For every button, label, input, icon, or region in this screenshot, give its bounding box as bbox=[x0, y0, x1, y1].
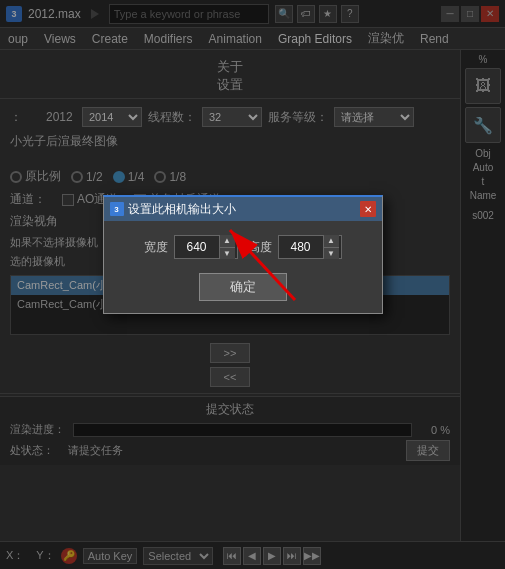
modal-dialog: 3 设置此相机输出大小 ✕ 宽度 640 ▲ ▼ 高度 bbox=[103, 195, 383, 314]
height-label: 高度 bbox=[248, 239, 272, 256]
height-input[interactable]: 480 bbox=[279, 236, 323, 258]
height-spinbox[interactable]: 480 ▲ ▼ bbox=[278, 235, 342, 259]
height-up-button[interactable]: ▲ bbox=[324, 235, 339, 248]
modal-overlay: 3 设置此相机输出大小 ✕ 宽度 640 ▲ ▼ 高度 bbox=[0, 0, 505, 569]
width-input[interactable]: 640 bbox=[175, 236, 219, 258]
width-field-group: 宽度 640 ▲ ▼ bbox=[144, 235, 238, 259]
modal-title: 设置此相机输出大小 bbox=[128, 201, 236, 218]
modal-title-left: 3 设置此相机输出大小 bbox=[110, 201, 236, 218]
height-down-button[interactable]: ▼ bbox=[324, 248, 339, 260]
modal-titlebar: 3 设置此相机输出大小 ✕ bbox=[104, 197, 382, 221]
width-spinbox-arrows: ▲ ▼ bbox=[219, 235, 235, 259]
width-label: 宽度 bbox=[144, 239, 168, 256]
width-spinbox[interactable]: 640 ▲ ▼ bbox=[174, 235, 238, 259]
modal-close-button[interactable]: ✕ bbox=[360, 201, 376, 217]
confirm-button[interactable]: 确定 bbox=[199, 273, 287, 301]
height-spinbox-arrows: ▲ ▼ bbox=[323, 235, 339, 259]
width-down-button[interactable]: ▼ bbox=[220, 248, 235, 260]
modal-body: 宽度 640 ▲ ▼ 高度 480 ▲ bbox=[104, 221, 382, 313]
modal-fields-row: 宽度 640 ▲ ▼ 高度 480 ▲ bbox=[120, 235, 366, 259]
height-field-group: 高度 480 ▲ ▼ bbox=[248, 235, 342, 259]
modal-logo: 3 bbox=[110, 202, 124, 216]
width-up-button[interactable]: ▲ bbox=[220, 235, 235, 248]
